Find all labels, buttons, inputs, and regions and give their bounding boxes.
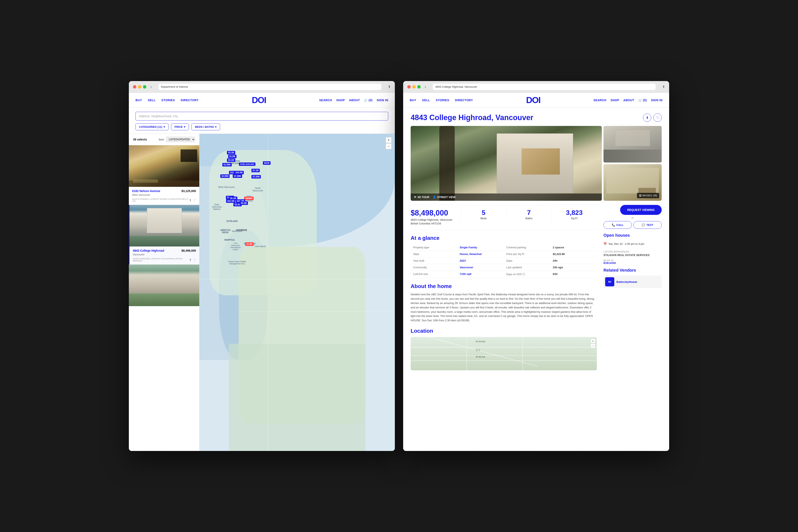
nav-search-right[interactable]: SEARCH [593,98,606,102]
browser-back-button[interactable]: ‹ [150,84,152,89]
glance-col1-2: Year built [411,258,457,264]
share-property-button[interactable]: ⬆ [643,113,651,122]
map-tag-9[interactable]: $75B–$100.99M [239,163,255,166]
map-tag-11[interactable]: $7.05M [251,175,261,178]
map-zoom-out[interactable]: − [386,144,392,149]
nav-logo-left[interactable]: DOI [199,95,319,105]
nav-shop-right[interactable]: SHOP [611,98,619,102]
map-tag-richmond[interactable]: $3.4M [245,242,253,246]
nav-cart-right[interactable]: 🛒 (0) [639,98,647,102]
glance-col4-3: 24h ago [550,264,597,271]
map-label-lulu: Lulu Island [254,245,266,247]
vendor-item-0[interactable]: BH BattersbyHowat [604,276,662,288]
favorite-icon-1[interactable]: ♡ [193,198,196,202]
text-button[interactable]: 💬 TEXT [633,221,662,229]
share-icon-2[interactable]: ⬆ [189,258,192,262]
map-tag-4[interactable]: $1.99M [222,163,232,167]
mls-id-value: R2814359 [604,262,662,265]
share-icon-1[interactable]: ⬆ [189,198,192,202]
location-title: Location [411,328,597,334]
map-tag-3[interactable]: $3.1M [227,158,235,162]
map-tag-8[interactable]: $7.99M [233,174,242,178]
location-map: W 3rd Ave W 3r W 4th Ave + − [411,337,597,370]
map-tag-6[interactable]: $10.5M [234,171,244,174]
vendor-name-0: BattersbyHowat [616,280,637,283]
map-tag-10[interactable]: $7.1M [251,169,260,172]
map-label-kitsilano: KITSILANO [227,220,238,222]
browser-share-icon[interactable]: ⬆ [388,85,391,89]
beds-baths-filter[interactable]: BEDS / BATHS ▾ [191,124,220,130]
nav-buy-left[interactable]: BUY [135,98,142,102]
photo-thumbnail-2[interactable]: 🖼 IMAGES (38) [604,164,662,201]
nav-shop-left[interactable]: SHOP [336,98,345,102]
nav-sell-right[interactable]: SELL [422,98,430,102]
traffic-lights-left [133,85,146,89]
open-house-item-0: 📅 Sat, Dec 10 · 2:30 pm to 4 pm [604,241,662,247]
nav-stories-right[interactable]: STORIES [436,98,449,102]
map-label-arbutus: ARBUTUSRIDGE [220,229,230,233]
sort-select[interactable]: LISTED/UPDATED [166,137,195,142]
nav-signin-left[interactable]: SIGN IN [377,98,388,102]
nav-stories-left[interactable]: STORIES [162,98,175,102]
glance-col4-0: 2 spaces [550,244,597,251]
browser-chrome-left: ‹ Department of Interest ⬆ [129,81,395,93]
traffic-light-green-r[interactable] [417,85,421,89]
glance-col1-0: Property type [411,244,457,251]
nav-about-right[interactable]: ABOUT [624,98,634,102]
listing-card-1[interactable]: 6182 Nelson Avenue $3,125,000 West Vanco… [129,145,199,205]
nav-logo-right[interactable]: DOI [473,95,593,105]
call-button[interactable]: 📞 CALL [604,221,632,229]
nav-signin-right[interactable]: SIGN IN [651,98,663,102]
favorite-property-button[interactable]: ♡ [653,113,662,122]
listings-panel: 39 selects Sort: LISTED/UPDATED [129,134,200,451]
map-tag-12[interactable]: $21M [263,161,270,165]
traffic-light-yellow-r[interactable] [412,85,416,89]
photo-thumbnail-1[interactable] [604,126,662,163]
loc-zoom-out[interactable]: − [591,343,595,348]
nav-cart-left[interactable]: 🛒 (0) [364,98,373,102]
traffic-light-red[interactable] [133,85,136,89]
images-count-badge[interactable]: 🖼 IMAGES (38) [637,193,659,198]
listing-card-3[interactable] [129,265,199,306]
glance-row-0: Property type Single Family Covered park… [411,244,597,251]
nav-buy-right[interactable]: BUY [410,98,416,102]
nav-sell-left[interactable]: SELL [148,98,156,102]
price-filter[interactable]: PRICE ▾ [171,124,189,130]
map-tag-14[interactable]: $89994 [244,196,253,200]
favorite-icon-2[interactable]: ♡ [193,258,196,262]
brokerage-name: STILHAVN REAL ESTATE SERVICES [604,254,662,256]
browser-url-bar-right[interactable]: 4843 College Highroad, Vancouver [433,84,656,90]
map-tag-2[interactable]: $1.6M [228,155,236,158]
nav-directory-left[interactable]: DIRECTORY [181,98,199,102]
listing-card-2[interactable]: 4843 College Highroad $8,498,000 Vancouv… [129,205,199,265]
browser-back-right[interactable]: ‹ [425,84,426,89]
browser-url-bar-left[interactable]: Department of Interest [158,84,381,90]
glance-col2-3: Vancouver [457,264,504,271]
loc-zoom-in[interactable]: + [591,339,595,343]
3d-tour-button[interactable]: ⟳ 3D TOUR [414,195,429,199]
nav-directory-right[interactable]: DIRECTORY [455,98,473,102]
traffic-light-green[interactable] [143,85,146,89]
at-a-glance-section: At a glance Property type Single Family … [411,235,597,278]
glance-col2-2: 2023 [457,258,504,264]
map-tag-7[interactable]: $3.99M [220,174,230,178]
map-zoom-in[interactable]: + [386,137,392,143]
map-tag-18[interactable]: $10.1M [226,199,235,203]
nav-right: BUY SELL STORIES DIRECTORY DOI SEARCH SH… [403,93,669,108]
traffic-light-red-r[interactable] [407,85,411,89]
traffic-light-yellow[interactable] [138,85,141,89]
map-tag-1[interactable]: $3.1M [227,151,235,154]
text-message-icon: 💬 [642,223,645,227]
browser-share-icon-right[interactable]: ⬆ [662,85,665,89]
main-photo: ⟳ 3D TOUR 👤 STREET VIEW [411,126,602,201]
nav-right-links-right: SEARCH SHOP ABOUT 🛒 (0) SIGN IN [593,98,663,102]
request-viewing-button[interactable]: REQUEST VIEWING [620,205,662,215]
street-view-button[interactable]: 👤 STREET VIEW [433,195,456,199]
search-input[interactable]: Address, Neighbourhood, City [135,112,388,120]
nav-about-left[interactable]: ABOUT [349,98,360,102]
categories-filter[interactable]: CATEGORIES (11) ▾ [135,124,169,130]
glance-col4-4: 63d [550,271,597,278]
map-tag-19[interactable]: $5.2M [240,202,248,205]
nav-search-left[interactable]: SEARCH [319,98,332,102]
left-browser-window: ‹ Department of Interest ⬆ BUY SELL STOR… [129,81,395,451]
